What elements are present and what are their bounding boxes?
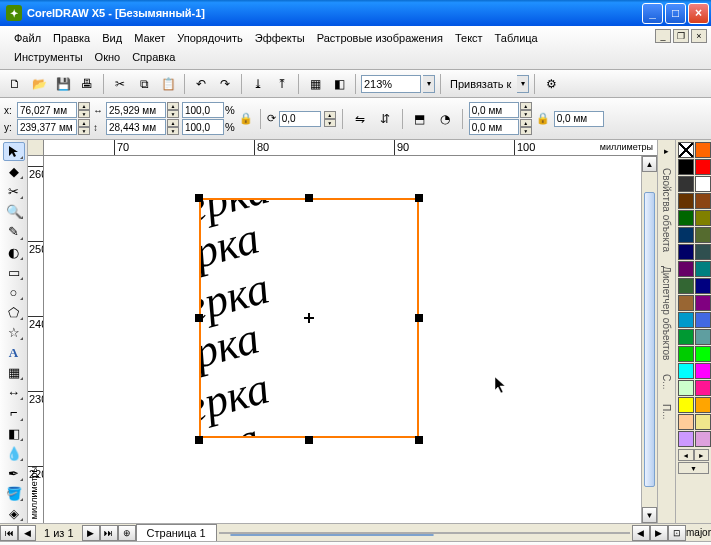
selection-handle[interactable] bbox=[305, 194, 313, 202]
menu-window[interactable]: Окно bbox=[89, 49, 127, 65]
corner-style-button[interactable]: ⬒ bbox=[409, 108, 431, 130]
mdi-restore-button[interactable]: ❐ bbox=[673, 29, 689, 43]
menu-help[interactable]: Справка bbox=[126, 49, 181, 65]
menu-text[interactable]: Текст bbox=[449, 30, 489, 46]
corner-tl-input[interactable] bbox=[469, 102, 519, 118]
color-swatch[interactable] bbox=[695, 329, 711, 345]
corner-tr-input[interactable] bbox=[554, 111, 604, 127]
color-swatch[interactable] bbox=[695, 431, 711, 447]
outline-tool[interactable]: ✒ bbox=[3, 464, 25, 483]
prev-page-button[interactable]: ◀ bbox=[18, 525, 36, 541]
lock-ratio-button[interactable]: 🔒 bbox=[238, 103, 254, 135]
color-swatch[interactable] bbox=[678, 431, 694, 447]
color-swatch[interactable] bbox=[678, 176, 694, 192]
color-swatch[interactable] bbox=[678, 227, 694, 243]
color-swatch[interactable] bbox=[695, 397, 711, 413]
color-swatch[interactable] bbox=[678, 295, 694, 311]
color-swatch[interactable] bbox=[695, 176, 711, 192]
x-spinner[interactable]: ▲▼ bbox=[78, 102, 90, 118]
color-swatch[interactable] bbox=[678, 329, 694, 345]
add-page-button[interactable]: ⊕ bbox=[118, 525, 136, 541]
new-button[interactable]: 🗋 bbox=[4, 73, 26, 95]
color-swatch[interactable] bbox=[678, 278, 694, 294]
color-swatch[interactable] bbox=[678, 261, 694, 277]
ellipse-tool[interactable]: ○ bbox=[3, 283, 25, 302]
scale-x-input[interactable] bbox=[182, 102, 224, 118]
fill-tool[interactable]: 🪣 bbox=[3, 484, 25, 503]
dimension-tool[interactable]: ↔ bbox=[3, 383, 25, 402]
menu-tools[interactable]: Инструменты bbox=[8, 49, 89, 65]
freehand-tool[interactable]: ✎ bbox=[3, 222, 25, 241]
color-swatch[interactable] bbox=[695, 363, 711, 379]
palette-scroll-left[interactable]: ◄ bbox=[678, 449, 694, 461]
corner-lock-button[interactable]: 🔒 bbox=[535, 103, 551, 135]
docker-expand-button[interactable]: ▸ bbox=[660, 144, 674, 158]
open-button[interactable]: 📂 bbox=[28, 73, 50, 95]
interactive-tool[interactable]: ◧ bbox=[3, 424, 25, 443]
corner-bl-input[interactable] bbox=[469, 119, 519, 135]
menu-bitmaps[interactable]: Растровые изображения bbox=[311, 30, 449, 46]
color-swatch[interactable] bbox=[695, 193, 711, 209]
corner-round-button[interactable]: ◔ bbox=[434, 108, 456, 130]
next-page-button[interactable]: ▶ bbox=[82, 525, 100, 541]
options-button[interactable]: ⚙ bbox=[540, 73, 562, 95]
selection-handle[interactable] bbox=[415, 194, 423, 202]
first-page-button[interactable]: ⏮ bbox=[0, 525, 18, 541]
color-swatch[interactable] bbox=[678, 210, 694, 226]
y-position-input[interactable] bbox=[17, 119, 77, 135]
welcome-button[interactable]: ◧ bbox=[328, 73, 350, 95]
w-spinner[interactable]: ▲▼ bbox=[167, 102, 179, 118]
horizontal-ruler[interactable]: 70 80 90 100 миллиметры bbox=[44, 140, 657, 156]
color-swatch[interactable] bbox=[678, 244, 694, 260]
mirror-v-button[interactable]: ⇵ bbox=[374, 108, 396, 130]
selection-handle[interactable] bbox=[305, 436, 313, 444]
rotation-input[interactable] bbox=[279, 111, 321, 127]
selection-handle[interactable] bbox=[195, 314, 203, 322]
color-swatch[interactable] bbox=[678, 380, 694, 396]
table-tool[interactable]: ▦ bbox=[3, 363, 25, 382]
connector-tool[interactable]: ⌐ bbox=[3, 403, 25, 422]
color-swatch[interactable] bbox=[678, 397, 694, 413]
palette-expand-button[interactable]: ▼ bbox=[678, 462, 709, 474]
shape-tool[interactable]: ◆ bbox=[3, 162, 25, 181]
print-button[interactable]: 🖶 bbox=[76, 73, 98, 95]
selected-rectangle[interactable]: роверка роверка роверка роверка роверка … bbox=[199, 198, 419, 438]
color-swatch[interactable] bbox=[695, 295, 711, 311]
rectangle-tool[interactable]: ▭ bbox=[3, 263, 25, 282]
height-input[interactable] bbox=[106, 119, 166, 135]
paste-button[interactable]: 📋 bbox=[157, 73, 179, 95]
selection-handle[interactable] bbox=[415, 436, 423, 444]
hscroll-thumb[interactable] bbox=[230, 534, 435, 536]
selection-handle[interactable] bbox=[195, 194, 203, 202]
width-input[interactable] bbox=[106, 102, 166, 118]
eyedropper-tool[interactable]: 💧 bbox=[3, 444, 25, 463]
interactive-fill-tool[interactable]: ◈ bbox=[3, 504, 25, 523]
color-swatch[interactable] bbox=[678, 142, 694, 158]
vertical-scrollbar[interactable]: ▲ ▼ bbox=[641, 156, 657, 523]
docker-tab-properties[interactable]: Свойства объекта bbox=[660, 164, 673, 256]
color-swatch[interactable] bbox=[695, 380, 711, 396]
horizontal-scrollbar[interactable] bbox=[219, 532, 630, 534]
h-spinner[interactable]: ▲▼ bbox=[167, 119, 179, 135]
x-position-input[interactable] bbox=[17, 102, 77, 118]
color-swatch[interactable] bbox=[678, 312, 694, 328]
undo-button[interactable]: ↶ bbox=[190, 73, 212, 95]
vertical-ruler[interactable]: 260 250 240 230 220 миллиметры bbox=[28, 156, 44, 523]
ruler-origin[interactable] bbox=[28, 140, 44, 156]
y-spinner[interactable]: ▲▼ bbox=[78, 119, 90, 135]
scroll-left-button[interactable]: ◀ bbox=[632, 525, 650, 541]
docker-tab-4[interactable]: П... bbox=[660, 400, 673, 424]
scroll-thumb[interactable] bbox=[644, 192, 655, 487]
zoom-dropdown[interactable]: ▾ bbox=[423, 75, 435, 93]
palette-scroll-right[interactable]: ► bbox=[694, 449, 710, 461]
save-button[interactable]: 💾 bbox=[52, 73, 74, 95]
color-swatch[interactable] bbox=[695, 244, 711, 260]
color-swatch[interactable] bbox=[678, 159, 694, 175]
zoom-input[interactable] bbox=[361, 75, 421, 93]
scroll-up-button[interactable]: ▲ bbox=[642, 156, 657, 172]
docker-tab-object-manager[interactable]: Диспетчер объектов bbox=[660, 262, 673, 364]
nav-button[interactable]: ⊡ bbox=[668, 525, 686, 541]
close-button[interactable]: × bbox=[688, 3, 709, 24]
smart-fill-tool[interactable]: ◐ bbox=[3, 243, 25, 262]
color-swatch[interactable] bbox=[695, 261, 711, 277]
